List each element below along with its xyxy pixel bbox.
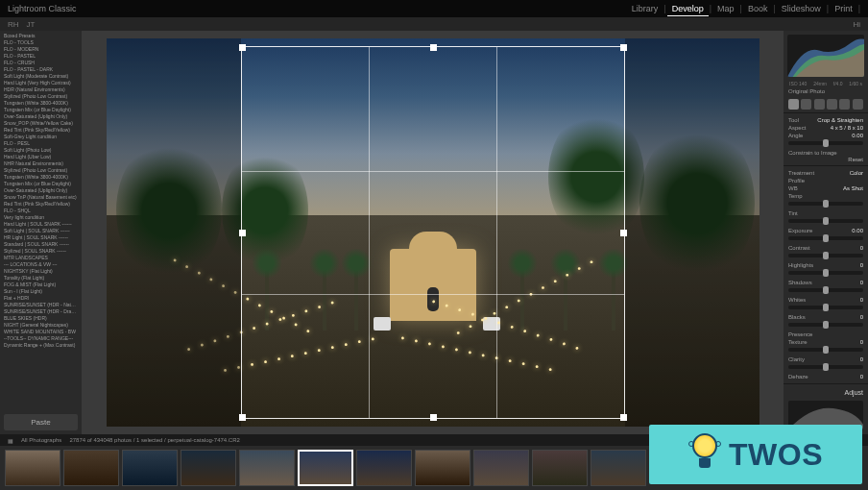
redeye-icon[interactable] [814, 99, 825, 110]
temp-slider[interactable] [788, 202, 863, 206]
preset-item[interactable]: Sun - I (Flat Light) [2, 288, 80, 295]
preset-item[interactable]: Stylized (Photo Low Contrast) [2, 167, 80, 174]
preset-item[interactable]: SUNRISE/SUNSET (HDR - Natural) [2, 302, 80, 308]
filmstrip-thumb[interactable] [122, 450, 178, 486]
canvas-area[interactable] [82, 31, 784, 434]
module-map[interactable]: Map [712, 2, 739, 15]
aspect-value[interactable]: 4 x 5 / 8 x 10 [831, 125, 863, 131]
brush-icon[interactable] [853, 99, 863, 110]
preset-item[interactable]: Tungsten (White 3800-4000K) [2, 100, 80, 107]
crop-handle[interactable] [620, 414, 627, 421]
highlights-slider[interactable] [788, 271, 863, 275]
preset-item[interactable]: NIGHTSKY (Flat Light) [2, 268, 80, 275]
preset-item[interactable]: FLO - SHQL [2, 208, 80, 214]
preset-item[interactable]: Stylized | SOUL SNARK ------ [2, 248, 80, 255]
preset-item[interactable]: BLUE SKIES (HDR) [2, 315, 80, 322]
spot-removal-icon[interactable] [801, 99, 811, 110]
module-book[interactable]: Book [743, 2, 773, 15]
filmstrip-thumb[interactable] [5, 450, 60, 486]
wb-value[interactable]: As Shot [843, 185, 863, 191]
radial-filter-icon[interactable] [839, 99, 850, 110]
preset-item[interactable]: Tungsten Mix (or Blue Daylight) [2, 181, 80, 187]
filmstrip-thumb[interactable] [356, 450, 412, 486]
preset-item[interactable]: FLO - PASTEL [2, 53, 80, 60]
preset-item[interactable]: Hard Light (Uber Low) [2, 154, 80, 160]
filmstrip-thumb[interactable] [532, 450, 588, 486]
preset-item[interactable]: Snow TnP (Natural Basement etc) [2, 194, 80, 201]
module-slideshow[interactable]: Slideshow [777, 2, 826, 15]
crop-handle[interactable] [239, 44, 246, 51]
filmstrip-thumb[interactable] [239, 450, 295, 486]
preset-item[interactable]: NIGHT (General Nightscapes) [2, 322, 80, 329]
preset-list[interactable]: Boxed PresetsFLO - TOOLSFLO - MODERNFLO … [0, 31, 82, 410]
crop-handle[interactable] [239, 230, 246, 236]
crop-handle[interactable] [620, 230, 627, 236]
filmstrip-thumb[interactable] [63, 450, 119, 486]
filmstrip-source[interactable]: All Photographs [21, 437, 61, 443]
paste-button[interactable]: Paste [4, 414, 78, 430]
angle-value[interactable]: 0.00 [852, 133, 863, 138]
filmstrip-thumb[interactable] [415, 450, 470, 486]
crop-handle[interactable] [430, 44, 437, 51]
filmstrip-thumb[interactable] [298, 450, 353, 486]
preset-item[interactable]: FLO - PESL [2, 140, 80, 147]
preset-item[interactable]: SUNRISE/SUNSET (HDR - Dramatic) [2, 308, 80, 315]
filmstrip-thumb[interactable] [591, 450, 646, 486]
preset-item[interactable]: FLO - TOOLS [2, 39, 80, 46]
preset-item[interactable]: --- LOCATIONS & VW --- [2, 261, 80, 268]
filmstrip-grid-icon[interactable]: ▦ [8, 437, 13, 444]
sec-item[interactable]: RH [8, 20, 19, 29]
crop-handle[interactable] [239, 414, 246, 421]
preset-item[interactable]: Standard | SOUL SNARK ------ [2, 241, 80, 248]
preset-item[interactable]: NHR Natural Environments) [2, 160, 80, 167]
preset-item[interactable]: Tungsten (White 3800-4000K) [2, 174, 80, 181]
preset-item[interactable]: Dynamic Range + (Max Contrast) [2, 342, 80, 349]
tint-slider[interactable] [788, 219, 863, 223]
module-library[interactable]: Library [627, 2, 663, 15]
preset-item[interactable]: --TOOLS-- DYNAMIC RANGE--- [2, 335, 80, 342]
preset-item[interactable]: Hard Light (Very High Contrast) [2, 80, 80, 86]
preset-item[interactable]: Flat + HDRI [2, 295, 80, 302]
preset-item[interactable]: Stylized (Photo Low Contrast) [2, 93, 80, 100]
preset-item[interactable]: FLO - PASTEL - DARK [2, 66, 80, 73]
filmstrip-thumb[interactable] [181, 450, 236, 486]
preset-item[interactable]: FLO - CRUSH [2, 60, 80, 66]
preset-item[interactable]: HDR (Natural Environments) [2, 86, 80, 93]
preset-item[interactable]: FLO - MODERN [2, 46, 80, 53]
preset-item[interactable]: Red Tint (Pink Sky/Red/Yellow) [2, 201, 80, 208]
blacks-slider[interactable] [788, 323, 863, 327]
clarity-slider[interactable] [788, 365, 863, 369]
module-develop[interactable]: Develop [667, 2, 709, 16]
adjust-label[interactable]: Adjust [788, 387, 863, 398]
crop-overlay[interactable] [241, 46, 625, 419]
preset-item[interactable]: HR Light | SOUL SNARK ------ [2, 234, 80, 241]
preset-item[interactable]: Hard Light | SOUL SNARK ------ [2, 221, 80, 228]
preset-item[interactable]: Boxed Presets [2, 33, 80, 39]
filmstrip-thumb[interactable] [473, 450, 529, 486]
crop-handle[interactable] [620, 44, 627, 51]
constrain-label[interactable]: Constrain to Image [788, 150, 837, 156]
preset-item[interactable]: Soft Light (Moderate Contrast) [2, 73, 80, 80]
preset-item[interactable]: Tungsten Mix (or Blue Daylight) [2, 107, 80, 113]
preset-item[interactable]: WHITE SAND MOUNTAINS - BW [2, 329, 80, 335]
preset-item[interactable]: Soft Light | SOUL SNARK ------ [2, 228, 80, 234]
contrast-slider[interactable] [788, 254, 863, 257]
angle-slider[interactable] [788, 141, 863, 145]
photo-viewport[interactable] [107, 38, 760, 427]
color-label[interactable]: Color [850, 170, 863, 176]
graduated-filter-icon[interactable] [827, 99, 837, 110]
preset-item[interactable]: Soft-Grey Light condition [2, 134, 80, 140]
crop-reset-button[interactable]: Reset [788, 157, 863, 162]
preset-item[interactable]: Snow_POP (White/Yellow Cake) [2, 120, 80, 127]
sec-item[interactable]: JT [27, 20, 36, 29]
histogram[interactable] [787, 35, 864, 77]
preset-item[interactable]: Red Tint (Pink Sky/Red/Yellow) [2, 127, 80, 134]
module-print[interactable]: Print [830, 2, 857, 15]
preset-item[interactable]: MTR LANDSCAPES [2, 255, 80, 261]
crop-tool-icon[interactable] [788, 99, 799, 110]
whites-slider[interactable] [788, 306, 863, 309]
preset-item[interactable]: FOG & MIST (Flat Light) [2, 282, 80, 288]
texture-slider[interactable] [788, 348, 863, 352]
crop-handle[interactable] [430, 414, 437, 421]
exposure-slider[interactable] [788, 236, 863, 240]
